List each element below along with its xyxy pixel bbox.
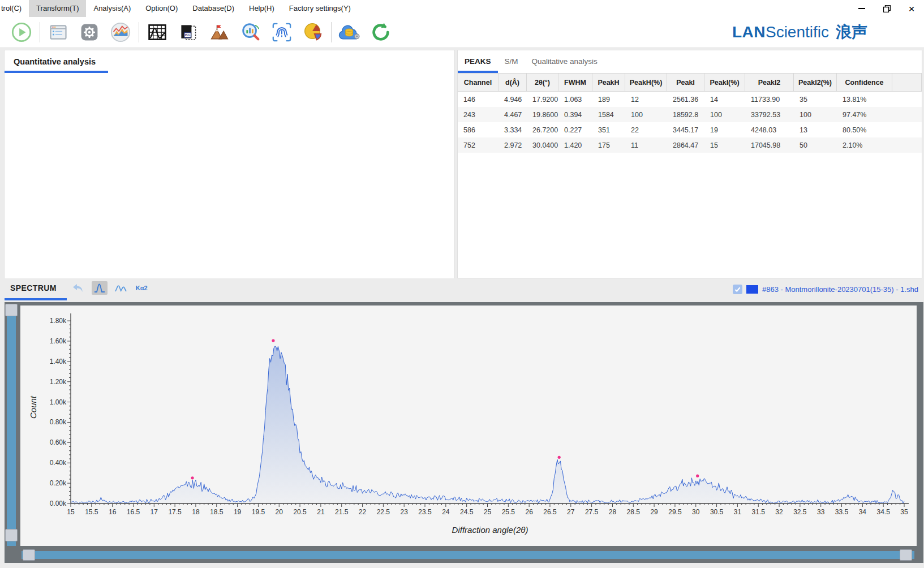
table-cell: 586 [458, 122, 498, 137]
restore-button[interactable] [874, 0, 899, 17]
double-peaks-icon[interactable] [113, 282, 130, 294]
tab-quantitative-analysis[interactable]: Quantitative analysis [5, 50, 105, 73]
svg-text:24: 24 [442, 508, 450, 516]
table-cell: 3.334 [498, 122, 527, 137]
column-header[interactable] [892, 74, 922, 91]
table-cell: 4.946 [498, 92, 527, 107]
spectrum-plot-svg: 1515.51616.51717.51818.51919.52020.52121… [20, 305, 917, 546]
svg-text:18.5: 18.5 [210, 508, 224, 516]
menu-help[interactable]: Help(H) [242, 0, 282, 17]
table-cell: 97.47% [837, 107, 892, 122]
svg-text:15: 15 [67, 508, 75, 516]
column-header[interactable]: PeakI2 [745, 74, 794, 91]
table-cell: 100 [704, 107, 745, 122]
svg-text:0.60k: 0.60k [50, 438, 67, 446]
table-cell: 4248.03 [745, 122, 794, 137]
column-header[interactable]: PeakH(%) [625, 74, 667, 91]
grid-spectrum-icon[interactable] [145, 20, 169, 44]
table-cell: 18592.8 [667, 107, 704, 122]
table-cell: 0.394 [558, 107, 592, 122]
column-header[interactable]: PeakI [667, 74, 704, 91]
background-subtract-icon[interactable]: BG [177, 20, 200, 44]
close-button[interactable]: × [899, 0, 924, 17]
horizontal-range-slider[interactable] [22, 551, 914, 559]
vertical-range-slider[interactable] [7, 304, 16, 546]
column-header[interactable]: 2θ(°) [527, 74, 558, 91]
svg-text:0.80k: 0.80k [50, 418, 67, 426]
menu-database[interactable]: Database(D) [185, 0, 242, 17]
app-window: trol(C)Transform(T)Analysis(A)Option(O)D… [0, 0, 924, 568]
h-slider-handle-left[interactable] [23, 549, 35, 561]
table-row[interactable]: 7522.97230.04001.420175112864.471517045.… [458, 137, 922, 153]
minimize-button[interactable] [849, 0, 874, 17]
column-header[interactable]: d(Å) [498, 74, 527, 91]
spectrum-tab[interactable]: SPECTRUM [10, 283, 57, 292]
table-row[interactable]: 1464.94617.92001.063189122561.361411733.… [458, 92, 922, 107]
svg-text:1.20k: 1.20k [50, 378, 67, 386]
v-slider-handle-bottom[interactable] [5, 529, 18, 541]
svg-text:19: 19 [234, 508, 242, 516]
single-peak-icon[interactable] [92, 281, 108, 295]
svg-text:33.5: 33.5 [835, 508, 849, 516]
undo-icon[interactable] [70, 282, 87, 294]
table-cell: 17045.98 [745, 137, 794, 153]
table-row[interactable]: 5863.33426.72000.227351223445.17194248.0… [458, 122, 922, 137]
menu-analysis[interactable]: Analysis(A) [86, 0, 138, 17]
svg-text:0.00k: 0.00k [50, 500, 67, 507]
table-row[interactable]: 2434.46719.86000.394158410018592.8100337… [458, 107, 922, 122]
svg-text:23: 23 [401, 508, 409, 516]
tab-peaks[interactable]: PEAKS [458, 50, 498, 73]
spectrum-chart-icon[interactable] [109, 20, 132, 44]
tab-sm[interactable]: S/M [498, 50, 525, 73]
table-cell: 15 [704, 137, 745, 153]
table-cell: 13 [794, 122, 837, 137]
peaks-table: Channeld(Å)2θ(°)FWHMPeakHPeakH(%)PeakIPe… [458, 73, 922, 153]
database-cloud-icon[interactable] [338, 20, 362, 44]
menu-factory-settings[interactable]: Factory settings(Y) [282, 0, 358, 17]
report-icon[interactable] [46, 20, 70, 44]
column-header[interactable]: Channel [458, 74, 498, 91]
menu-control[interactable]: trol(C) [0, 0, 29, 17]
menu-option[interactable]: Option(O) [138, 0, 185, 17]
svg-text:26.5: 26.5 [543, 508, 557, 516]
table-cell: 189 [592, 92, 625, 107]
column-header[interactable]: PeakH [592, 74, 625, 91]
ka2-toggle[interactable]: Kα2 [135, 285, 149, 291]
svg-text:25.5: 25.5 [502, 508, 515, 516]
quantitative-analysis-content [5, 73, 454, 278]
table-cell: 4.467 [498, 107, 527, 122]
column-header[interactable]: PeakI2(%) [794, 74, 837, 91]
svg-text:20.5: 20.5 [293, 508, 307, 516]
svg-text:19.5: 19.5 [252, 508, 265, 516]
fingerprint-match-icon[interactable] [270, 20, 294, 44]
series-checkbox[interactable] [733, 285, 742, 294]
svg-text:BG: BG [185, 33, 191, 37]
table-cell: 14 [704, 92, 745, 107]
menu-transform[interactable]: Transform(T) [29, 0, 86, 17]
v-slider-handle-top[interactable] [5, 304, 18, 316]
tab-qualitative-analysis[interactable]: Qualitative analysis [525, 50, 604, 73]
h-slider-handle-right[interactable] [900, 549, 912, 561]
column-header[interactable]: Confidence [837, 74, 892, 91]
series-color-swatch[interactable] [746, 285, 758, 294]
table-cell: 351 [592, 122, 625, 137]
series-label[interactable]: #863 - Montmorillonite-20230701(15-35) -… [762, 285, 918, 294]
search-analysis-icon[interactable] [239, 20, 263, 44]
play-icon[interactable] [10, 20, 33, 44]
svg-text:23.5: 23.5 [418, 508, 432, 516]
peak-search-icon[interactable] [208, 20, 231, 44]
table-cell: 33792.53 [745, 107, 794, 122]
logo-scientific: Scientific [766, 23, 829, 41]
refresh-icon[interactable] [369, 20, 393, 44]
svg-text:17: 17 [151, 508, 158, 516]
svg-text:33: 33 [817, 508, 825, 516]
svg-text:29.5: 29.5 [668, 508, 682, 516]
column-header[interactable]: PeakI(%) [704, 74, 745, 91]
settings-icon[interactable] [78, 20, 101, 44]
pie-quant-icon[interactable] [301, 20, 325, 44]
logo-lan: LAN [732, 23, 766, 41]
column-header[interactable]: FWHM [558, 74, 592, 91]
spectrum-header: SPECTRUM Kα2 #863 - Montmorillonite-20 [0, 278, 924, 302]
spectrum-plot[interactable]: 1515.51616.51717.51818.51919.52020.52121… [20, 305, 917, 546]
peaks-panel: PEAKSS/MQualitative analysis Channeld(Å)… [457, 50, 922, 278]
